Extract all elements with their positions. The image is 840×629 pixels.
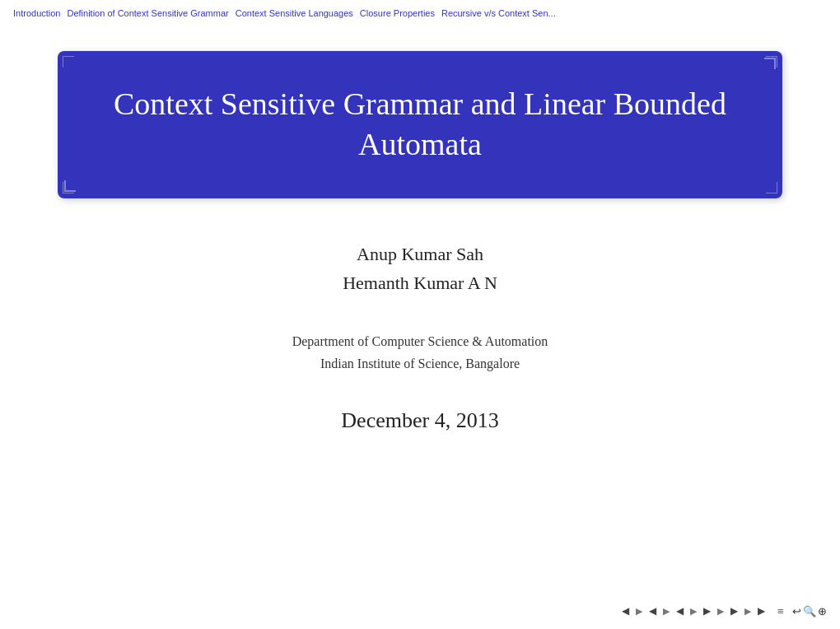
- date-section: December 4, 2013: [341, 408, 498, 433]
- nav-sep-4: ▶: [717, 606, 724, 617]
- zoom-controls: ↩ 🔍 ⊕: [792, 605, 827, 618]
- corner-tl-decoration: [63, 56, 74, 68]
- nav-item-csl[interactable]: Context Sensitive Languages: [232, 7, 357, 20]
- nav-item-introduction[interactable]: Introduction: [10, 7, 63, 20]
- bottom-controls: ◀ ▶ ◀ ▶ ◀ ▶ ▶ ▶ ▶ ▶ ▶ ≡ ↩ 🔍 ⊕: [619, 603, 827, 619]
- title-box: Context Sensitive Grammar and Linear Bou…: [58, 51, 782, 198]
- nav-sep-1: ▶: [636, 606, 642, 617]
- nav-next-icon[interactable]: ▶: [728, 603, 740, 619]
- nav-item-recursive[interactable]: Recursive v/s Context Sen...: [438, 7, 559, 20]
- corner-tr-decoration: [766, 56, 777, 68]
- nav-first-icon[interactable]: ◀: [619, 603, 632, 619]
- nav-sep-3: ▶: [690, 606, 697, 617]
- nav-sep-2: ▶: [663, 606, 670, 617]
- author-1: Anup Kumar Sah: [343, 240, 497, 268]
- corner-br-decoration: [766, 182, 777, 193]
- authors-section: Anup Kumar Sah Hemanth Kumar A N: [343, 240, 497, 297]
- nav-item-closure[interactable]: Closure Properties: [357, 7, 438, 20]
- zoom-search-icon[interactable]: 🔍: [803, 605, 816, 618]
- institution-line-2: Indian Institute of Science, Bangalore: [292, 352, 548, 375]
- institution-section: Department of Computer Science & Automat…: [292, 330, 548, 375]
- nav-bar: Introduction Definition of Context Sensi…: [0, 0, 840, 26]
- nav-content-icon[interactable]: ◀: [674, 603, 686, 619]
- corner-bl-decoration: [63, 182, 74, 193]
- zoom-back-icon[interactable]: ↩: [792, 605, 801, 618]
- institution-line-1: Department of Computer Science & Automat…: [292, 330, 548, 352]
- nav-next-content-icon[interactable]: ▶: [701, 603, 713, 619]
- slide-area: Context Sensitive Grammar and Linear Bou…: [0, 26, 840, 627]
- presentation-date: December 4, 2013: [341, 408, 498, 433]
- nav-prev-icon[interactable]: ◀: [646, 603, 659, 619]
- nav-align-icon[interactable]: ≡: [777, 605, 784, 618]
- nav-item-definition[interactable]: Definition of Context Sensitive Grammar: [63, 7, 231, 20]
- nav-last-icon[interactable]: ▶: [755, 603, 768, 619]
- nav-sep-5: ▶: [744, 606, 751, 617]
- zoom-in-icon[interactable]: ⊕: [818, 605, 827, 618]
- slide-title: Context Sensitive Grammar and Linear Bou…: [99, 84, 741, 165]
- author-2: Hemanth Kumar A N: [343, 268, 497, 297]
